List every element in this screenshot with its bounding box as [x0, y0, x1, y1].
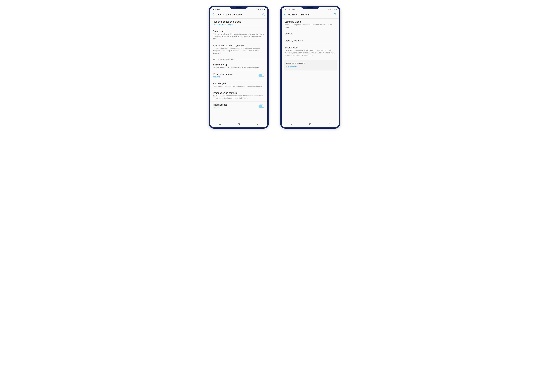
status-time: 14:08: [284, 8, 288, 10]
notifications-toggle[interactable]: [259, 105, 265, 108]
signal-icon: [258, 8, 260, 10]
item-sub: Mantiene el teléfono desbloqueado cuando…: [213, 33, 265, 40]
image-icon: [289, 8, 290, 10]
item-title: Información de contacto: [213, 92, 265, 94]
item-roaming-clock[interactable]: Reloj de itinerancia Activado: [210, 71, 267, 80]
search-button[interactable]: [334, 13, 337, 16]
location-link[interactable]: UBICACIÓN: [286, 66, 334, 68]
item-screen-lock-type[interactable]: Tipo de bloqueo de pantalla PIN, Cara, H…: [210, 19, 267, 28]
recents-button[interactable]: [217, 123, 223, 125]
page-title: NUBE Y CUENTAS: [288, 14, 334, 16]
screen-left: 14:08 72% PANTALLA BLOQUEO Tipo de bloqu…: [210, 7, 267, 127]
item-clock-style[interactable]: Estilo de reloj Establece el tipo y el c…: [210, 62, 267, 71]
item-title: Reloj de itinerancia: [213, 73, 259, 76]
item-smart-switch[interactable]: Smart Switch Transfiere contenido de tu …: [282, 44, 339, 59]
svg-rect-18: [331, 9, 331, 10]
svg-rect-11: [238, 124, 240, 125]
section-clock-info: RELOJ E INFORMACIÓN: [210, 56, 267, 62]
item-samsung-cloud[interactable]: Samsung Cloud Realiza una copia de segur…: [282, 19, 339, 30]
battery-icon: [264, 8, 265, 10]
recents-button[interactable]: [288, 123, 294, 125]
looking-for-more-box: ¿BUSCAS ALGO MÁS? UBICACIÓN: [284, 60, 337, 70]
item-title: Ajustes del bloqueo seguridad: [213, 44, 265, 47]
svg-rect-23: [310, 124, 311, 125]
nav-bar: [282, 121, 339, 127]
mail-icon: [291, 8, 293, 10]
page-title: PANTALLA BLOQUEO: [217, 14, 262, 16]
item-notifications[interactable]: Notificaciones Activado: [210, 102, 267, 111]
item-sub: Realiza una copia de seguridad del teléf…: [284, 23, 336, 28]
header: NUBE Y CUENTAS: [282, 11, 339, 19]
item-accounts[interactable]: Cuentas: [282, 30, 339, 37]
nav-bar: [210, 121, 267, 127]
item-smart-lock[interactable]: Smart Lock Mantiene el teléfono desbloqu…: [210, 28, 267, 42]
header: PANTALLA BLOQUEO: [210, 11, 267, 19]
svg-rect-17: [330, 9, 331, 10]
item-title: Smart Switch: [284, 46, 336, 49]
svg-rect-15: [330, 10, 330, 10]
item-sub: Activado: [213, 76, 259, 78]
sync-icon: [293, 8, 295, 10]
svg-rect-20: [336, 9, 336, 10]
settings-list[interactable]: Tipo de bloqueo de pantalla PIN, Cara, H…: [210, 19, 267, 121]
notch: [301, 6, 320, 9]
wifi-icon: [256, 8, 258, 10]
item-title: Cuentas: [284, 32, 336, 35]
signal-icon: [329, 8, 331, 10]
back-nav-button[interactable]: [255, 123, 261, 125]
item-contact-info[interactable]: Información de contacto Mostrar informac…: [210, 90, 267, 102]
item-sub: Mostrar información como tu número de te…: [213, 95, 265, 99]
item-title: Copiar y restaurar: [284, 39, 336, 42]
home-button[interactable]: [307, 123, 313, 126]
settings-list[interactable]: Samsung Cloud Realiza una copia de segur…: [282, 19, 339, 121]
item-sub: PIN, Cara, Huellas digitales: [213, 23, 265, 26]
battery-percent: 72%: [331, 8, 335, 10]
battery-icon: [335, 8, 337, 10]
phone-left: 14:08 72% PANTALLA BLOQUEO Tipo de bloqu…: [209, 6, 269, 129]
item-title: Tipo de bloqueo de pantalla: [213, 21, 265, 23]
back-button[interactable]: [212, 13, 214, 16]
item-sub: Obtén acceso rápido a información útil e…: [213, 85, 265, 88]
item-secure-lock-settings[interactable]: Ajustes del bloqueo seguridad Establece …: [210, 42, 267, 56]
item-sub: Establece las funciones del bloqueo de s…: [213, 47, 265, 55]
home-button[interactable]: [236, 123, 242, 126]
item-title: Samsung Cloud: [284, 21, 336, 23]
item-title: Notificaciones: [213, 104, 259, 106]
notch: [229, 6, 248, 9]
item-sub: Transfiere contenido de tu dispositivo a…: [284, 49, 336, 56]
svg-rect-8: [264, 9, 265, 10]
mail-icon: [219, 8, 221, 10]
screen-right: 14:08 72% NUBE Y CUENTAS Samsung Cloud: [282, 7, 339, 127]
item-sub: Establece el tipo y el color del reloj d…: [213, 66, 265, 69]
svg-point-10: [263, 14, 264, 15]
sync-icon: [222, 8, 223, 10]
item-facewidgets[interactable]: FaceWidgets Obtén acceso rápido a inform…: [210, 80, 267, 90]
item-title: FaceWidgets: [213, 82, 265, 85]
search-button[interactable]: [262, 13, 265, 16]
back-nav-button[interactable]: [326, 123, 332, 125]
wifi-icon: [327, 8, 329, 10]
back-button[interactable]: [284, 13, 286, 16]
status-time: 14:08: [212, 8, 217, 10]
roaming-clock-toggle[interactable]: [259, 74, 265, 77]
item-backup-restore[interactable]: Copiar y restaurar: [282, 37, 339, 44]
item-sub: Activado: [213, 106, 259, 109]
phone-right: 14:08 72% NUBE Y CUENTAS Samsung Cloud: [280, 6, 340, 129]
item-title: Estilo de reloj: [213, 63, 265, 66]
image-icon: [217, 8, 219, 10]
svg-point-22: [334, 14, 336, 15]
svg-rect-0: [217, 9, 218, 10]
svg-rect-12: [289, 9, 290, 10]
more-question: ¿BUSCAS ALGO MÁS?: [286, 62, 334, 64]
item-title: Smart Lock: [213, 30, 265, 33]
svg-rect-6: [259, 9, 259, 10]
battery-percent: 72%: [260, 8, 263, 10]
